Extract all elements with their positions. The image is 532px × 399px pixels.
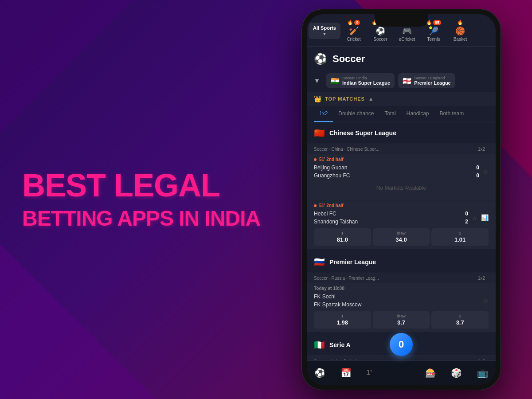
russia-flag-icon: 🇷🇺: [314, 257, 325, 267]
stats-icon-hebei[interactable]: 📊: [481, 214, 489, 221]
league-selector: ▼ 🇮🇳 Soccer › India Indian Super League …: [307, 70, 496, 92]
top-matches-bar: 👑 TOP MATCHES ▲: [307, 92, 496, 106]
odds-val-draw: 34.0: [376, 236, 426, 243]
serie-a-breadcrumb: Soccer · Italy · Serie A 1x2: [307, 356, 496, 360]
floating-btn-label: 0: [399, 339, 404, 350]
sochi-odds-header-draw: draw: [376, 314, 426, 318]
league-section-chinese: 🇨🇳 Chinese Super League Soccer · China ·…: [307, 122, 496, 250]
odds-cell-sochi-draw[interactable]: draw 3.7: [373, 311, 430, 329]
favorite-star-beijing[interactable]: ☆: [483, 168, 489, 175]
odds-header-2: 2: [435, 231, 485, 235]
live-indicator-beijing: [314, 158, 317, 161]
league-pill-india[interactable]: 🇮🇳 Soccer › India Indian Super League: [326, 73, 395, 88]
nav-item-games[interactable]: 🎲: [451, 368, 462, 378]
odds-cell-sochi-2[interactable]: 2 3.7: [431, 311, 489, 329]
bet-tab-total[interactable]: Total: [379, 106, 401, 122]
bg-shape-top-left: [0, 0, 133, 133]
sochi-odds-val-1: 1.98: [317, 319, 368, 326]
odds-cell-hebei-draw[interactable]: draw 34.0: [373, 228, 430, 246]
russia-breadcrumb-text: Soccer · Russia · Premier Leag...: [314, 276, 379, 281]
odds-cell-sochi-1[interactable]: 1 1.98: [314, 311, 371, 329]
beijing-team2-score: 0: [476, 172, 479, 179]
beijing-actions: ☆: [483, 168, 489, 175]
favorite-star-sochi[interactable]: ☆: [483, 297, 489, 304]
nav-item-schedule[interactable]: 📅: [340, 368, 352, 378]
tv-nav-icon: 📺: [477, 368, 488, 378]
dropdown-arrow-icon[interactable]: ▼: [314, 77, 323, 84]
serie-a-league-name: Serie A: [329, 341, 351, 348]
sochi-time-row: Today at 18:00: [314, 286, 489, 291]
casino-nav-icon: 🎰: [425, 368, 436, 378]
chinese-league-header: 🇨🇳 Chinese Super League: [307, 122, 496, 144]
fire-icon-basketball: 🔥: [457, 20, 463, 25]
cricket-count: 9: [354, 20, 360, 25]
bet-tab-1x2[interactable]: 1x2: [314, 106, 333, 122]
top-matches-label: TOP MATCHES: [325, 96, 365, 102]
bet-tab-double-chance[interactable]: Double chance: [333, 106, 379, 122]
league-section-russia: 🇷🇺 Premier League Soccer · Russia · Prem…: [307, 251, 496, 332]
crown-icon: 👑: [314, 95, 321, 102]
india-league-info: Soccer › India Indian Super League: [342, 76, 390, 86]
league-pill-england[interactable]: 🏴󠁧󠁢󠁥󠁮󠁧󠁿 Soccer › England Premier League: [398, 73, 455, 88]
beijing-teams: Beijing Guoan 0 Guangzhou FC 0 ☆: [314, 164, 489, 180]
england-league-name: Premier League: [414, 80, 451, 86]
hebei-teams: Hebei FC 0 Shandong Taishan 2 ☆ �: [314, 210, 489, 226]
nav-item-sports[interactable]: ⚽: [314, 368, 325, 378]
tab-cricket[interactable]: 🔥 9 🏏 Cricket: [340, 18, 367, 43]
hebei-time-row: 51' 2nd half: [314, 203, 489, 208]
odds-val-2: 1.01: [435, 236, 485, 243]
collapse-arrow-icon[interactable]: ▲: [368, 96, 374, 102]
hero-section: BEST LEGAL BETTING APPS IN INDIA: [22, 169, 260, 230]
floating-action-button[interactable]: 0: [390, 333, 413, 356]
nav-item-casino[interactable]: 🎰: [425, 368, 436, 378]
serie-a-breadcrumb-text: Soccer · Italy · Serie A: [314, 359, 357, 360]
chevron-down-icon: ▼: [322, 31, 327, 36]
bet-type-tabs: 1x2 Double chance Total Handicap Both te…: [307, 106, 496, 122]
russia-odds-label: 1x2: [478, 276, 485, 281]
chinese-breadcrumb: Soccer · China · Chinese Super... 1x2: [307, 144, 496, 154]
russia-league-header: 🇷🇺 Premier League: [307, 251, 496, 273]
russia-breadcrumb: Soccer · Russia · Premier Leag... 1x2: [307, 273, 496, 283]
beijing-match-time: 51' 2nd half: [319, 157, 344, 162]
chinese-breadcrumb-text: Soccer · China · Chinese Super...: [314, 147, 379, 152]
fire-icon-cricket: 🔥: [347, 20, 353, 25]
tab-basketball[interactable]: 🔥 🏀 Basket: [447, 18, 473, 43]
beijing-team1-name: Beijing Guoan: [314, 164, 347, 171]
tennis-count: 95: [433, 20, 441, 25]
nav-item-live[interactable]: 1': [366, 369, 372, 377]
nav-item-tv[interactable]: 📺: [477, 368, 488, 378]
sochi-odds-grid: 1 1.98 draw 3.7 2 3.7: [314, 311, 489, 329]
hebei-team2-row: Shandong Taishan 2: [314, 218, 472, 226]
basketball-badge: 🔥: [457, 20, 463, 25]
favorite-star-hebei[interactable]: ☆: [472, 214, 477, 221]
serie-a-odds-label: 1x2: [478, 359, 485, 360]
bet-tab-both-team[interactable]: Both team: [434, 106, 469, 122]
bet-tab-handicap[interactable]: Handicap: [401, 106, 434, 122]
hebei-team1-name: Hebei FC: [314, 211, 336, 217]
cricket-icon: 🏏: [349, 26, 359, 36]
sochi-scores: FK Sochi FK Spartak Moscow: [314, 293, 483, 309]
cricket-label: Cricket: [347, 37, 360, 42]
hero-title-line1: BEST LEGAL: [22, 169, 260, 203]
india-league-path: Soccer › India: [342, 76, 390, 80]
hebei-odds-grid: 1 81.0 draw 34.0 2 1.01: [314, 228, 489, 246]
bg-shape-bottom-left: [0, 244, 155, 399]
odds-cell-hebei-1[interactable]: 1 81.0: [314, 228, 371, 246]
tab-all-sports[interactable]: All Sports ▼: [309, 23, 340, 39]
phone-notch: [375, 14, 428, 27]
tennis-icon: 🎾: [429, 26, 438, 36]
chinese-league-name: Chinese Super League: [329, 129, 396, 137]
all-sports-label: All Sports: [313, 25, 336, 31]
soccer-icon: ⚽: [376, 26, 385, 36]
sochi-teams: FK Sochi FK Spartak Moscow ☆: [314, 293, 489, 309]
sochi-actions: ☆: [483, 297, 489, 304]
hebei-actions: ☆ 📊: [472, 214, 489, 221]
phone-wrapper: All Sports ▼ 🔥 9 🏏 Cricket 🔥 649: [297, 9, 505, 390]
games-nav-icon: 🎲: [451, 368, 462, 378]
italy-flag-icon: 🇮🇹: [314, 340, 325, 350]
sochi-team1-name: FK Sochi: [314, 293, 336, 300]
india-league-name: Indian Super League: [342, 80, 390, 86]
page-header: ⚽ Soccer: [307, 47, 496, 70]
england-league-path: Soccer › England: [414, 76, 451, 80]
odds-cell-hebei-2[interactable]: 2 1.01: [431, 228, 489, 246]
